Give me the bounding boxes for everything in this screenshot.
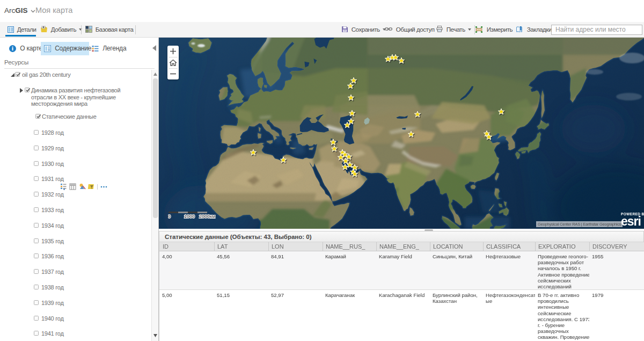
svg-text:2000км: 2000км: [199, 214, 215, 219]
svg-text:0: 0: [168, 214, 171, 219]
svg-text:1000: 1000: [184, 214, 195, 219]
